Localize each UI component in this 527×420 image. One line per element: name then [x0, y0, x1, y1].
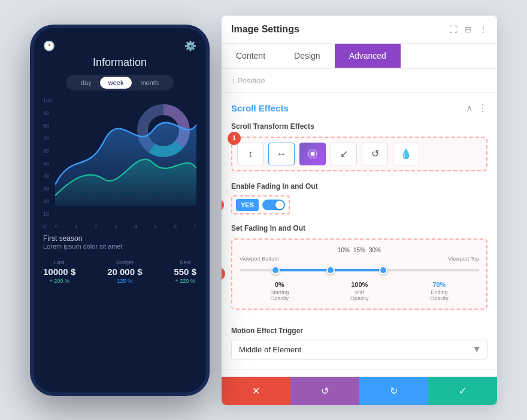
panel-title: Image Settings: [231, 24, 299, 35]
section-header: Scroll Effects ∧ ⋮: [231, 102, 487, 114]
select-arrow-icon: ▼: [472, 344, 481, 355]
stat-last-value: 10000 $: [43, 267, 75, 277]
position-label: ↑ Position: [231, 76, 265, 85]
slider-thumb-2[interactable]: [326, 266, 335, 274]
main-container: 🕐 ⚙️ Information day week month 100 90 8…: [0, 0, 527, 420]
viewport-bottom-label: Viewport Bottom: [240, 256, 279, 262]
ending-opacity-value: 70%: [430, 281, 449, 288]
transform-btn-arrows[interactable]: ↕: [237, 143, 264, 165]
mid-opacity: 100% MidOpacity: [350, 281, 369, 301]
motion-trigger-section: Motion Effect Trigger Middle of Element …: [222, 327, 497, 369]
stat-last: Last 10000 $ + 200 %: [43, 259, 75, 284]
toggle-knob: [275, 201, 284, 209]
badge-2: 2: [222, 198, 224, 211]
stat-next-value: 550 $: [174, 267, 196, 277]
starting-opacity: 0% StartingOpacity: [270, 281, 289, 301]
tab-day[interactable]: day: [72, 77, 100, 89]
line-chart: [55, 98, 196, 207]
starting-opacity-value: 0%: [270, 281, 289, 288]
panel-tabs: Content Design Advanced: [222, 44, 497, 69]
set-fading-section: Set Fading In and Out 3 10% 15% 30% View…: [231, 224, 487, 310]
slider-top-labels: 10% 15% 30%: [240, 247, 479, 253]
panel-header: Image Settings ⛶ ⊟ ⋮: [222, 16, 497, 44]
transform-buttons: 1 ↕ ↔ ↙: [231, 137, 487, 171]
section-more-icon[interactable]: ⋮: [478, 102, 487, 114]
stat-budget-value: 20 000 $: [107, 267, 142, 277]
toggle-switch[interactable]: [262, 200, 285, 210]
save-button[interactable]: ✓: [428, 377, 497, 405]
tab-month[interactable]: month: [132, 77, 167, 89]
opacity-values: 0% StartingOpacity 100% MidOpacity 70% E…: [240, 281, 479, 301]
transform-btn-rotate[interactable]: ↺: [362, 143, 388, 165]
viewport-top-label: Viewport Top: [448, 256, 479, 262]
stat-next-change: + 220 %: [174, 278, 196, 284]
reset-right-button[interactable]: ↻: [359, 377, 428, 405]
phone-tabs: day week month: [66, 75, 174, 90]
section-controls: ∧ ⋮: [466, 102, 487, 114]
stats-row: Last 10000 $ + 200 % Budget 20 000 $ 125…: [43, 259, 196, 284]
y-axis: 100 90 80 70 60 50 40 30 20 10 0: [43, 98, 52, 229]
slider-thumb-1[interactable]: [271, 266, 280, 274]
transform-btn-blur[interactable]: [299, 143, 326, 165]
header-icons: ⛶ ⊟ ⋮: [449, 25, 487, 34]
yes-toggle: YES: [231, 195, 290, 214]
mid-opacity-name: MidOpacity: [350, 289, 369, 301]
fading-label: Set Fading In and Out: [231, 224, 487, 232]
scroll-effects-section: Scroll Effects ∧ ⋮ Scroll Transform Effe…: [222, 93, 497, 327]
transform-btn-rotate-left[interactable]: ↙: [331, 143, 357, 165]
settings-panel: Image Settings ⛶ ⊟ ⋮ Content Design Adva…: [222, 16, 497, 405]
expand-icon[interactable]: ⛶: [449, 25, 458, 34]
starting-opacity-name: StartingOpacity: [270, 289, 289, 301]
slider-track-container: [240, 264, 479, 276]
columns-icon[interactable]: ⊟: [465, 25, 472, 34]
cancel-button[interactable]: ✕: [222, 377, 290, 405]
stat-next: Next 550 $ + 220 %: [174, 259, 196, 284]
ending-opacity: 70% EndingOpacity: [430, 281, 449, 301]
motion-trigger-select[interactable]: Middle of Element Top of Element Bottom …: [231, 340, 487, 359]
phone-top-bar: 🕐 ⚙️: [43, 40, 196, 52]
panel-footer: ✕ ↺ ↻ ✓: [222, 376, 497, 405]
settings-icon: ⚙️: [184, 40, 196, 52]
yes-label: YES: [236, 199, 259, 211]
mid-opacity-value: 100%: [350, 281, 369, 288]
ending-opacity-name: EndingOpacity: [430, 289, 449, 301]
stat-budget-label: Budget: [107, 259, 142, 265]
transform-btn-horizontal[interactable]: ↔: [268, 143, 295, 165]
tab-content[interactable]: Content: [222, 44, 280, 68]
stat-budget-change: 125 %: [107, 278, 142, 284]
tab-advanced[interactable]: Advanced: [335, 44, 401, 68]
viewport-labels: Viewport Bottom Viewport Top: [240, 256, 479, 262]
tab-design[interactable]: Design: [280, 44, 335, 68]
phone-title: Information: [43, 56, 196, 69]
motion-select-wrapper: Middle of Element Top of Element Bottom …: [231, 340, 487, 359]
stat-last-change: + 200 %: [43, 278, 75, 284]
collapse-icon[interactable]: ∧: [466, 102, 473, 114]
section-title: Scroll Effects: [231, 103, 289, 113]
clock-icon: 🕐: [43, 40, 55, 52]
slider-thumb-3[interactable]: [379, 266, 387, 274]
stat-last-label: Last: [43, 259, 75, 265]
fading-toggle-wrapper: 2 YES: [231, 195, 290, 214]
more-icon[interactable]: ⋮: [479, 25, 487, 34]
scroll-transform-label: Scroll Transform Effects: [231, 122, 487, 131]
enable-fading-label: Enable Fading In and Out: [231, 182, 487, 191]
x-axis: 0 1 2 3 4 5 6 7: [55, 223, 196, 229]
svg-point-3: [310, 152, 315, 156]
transform-btn-opacity[interactable]: 💧: [393, 143, 419, 165]
stat-budget: Budget 20 000 $ 125 %: [107, 259, 142, 284]
motion-trigger-label: Motion Effect Trigger: [231, 327, 487, 335]
chart-info: First season Lorem ipsum dolor sit amet: [43, 234, 196, 250]
stat-next-label: Next: [174, 259, 196, 265]
help-section: ❓ Help: [222, 369, 497, 376]
season-title: First season: [43, 234, 196, 243]
phone-mockup: 🕐 ⚙️ Information day week month 100 90 8…: [30, 25, 210, 396]
enable-fading-section: Enable Fading In and Out 2 YES: [231, 182, 487, 214]
season-description: Lorem ipsum dolor sit amet: [43, 243, 196, 250]
fading-container: 3 10% 15% 30% Viewport Bottom Viewport T…: [231, 238, 487, 310]
reset-left-button[interactable]: ↺: [290, 377, 359, 405]
panel-content: ↑ Position Scroll Effects ∧ ⋮ Scroll Tra…: [222, 69, 497, 376]
blur-icon: [307, 149, 318, 159]
badge-3: 3: [222, 267, 225, 280]
tab-week[interactable]: week: [100, 77, 132, 89]
position-section: ↑ Position: [222, 69, 497, 93]
